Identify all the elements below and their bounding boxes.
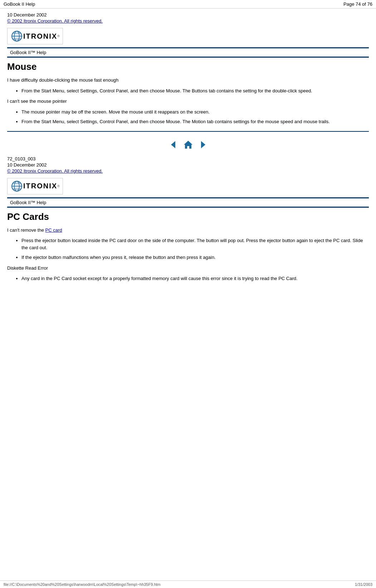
para-mouse-1: I have difficulty double-clicking the mo… — [7, 77, 369, 84]
logo-text-2: ITRONIX — [23, 182, 57, 190]
footer-id: 72_0103_003 — [7, 156, 369, 162]
prev-icon — [168, 140, 178, 150]
logo-reg-2: ® — [57, 184, 60, 188]
top-bar: GoBook II Help Page 74 of 76 — [0, 0, 376, 9]
list-item: Press the ejector button located inside … — [21, 237, 369, 251]
home-button[interactable] — [182, 139, 194, 150]
bullet-list-pc-1: Press the ejector button located inside … — [21, 237, 369, 261]
list-item: From the Start Menu, select Settings, Co… — [21, 118, 369, 125]
pc-card-link[interactable]: PC card — [45, 227, 62, 233]
bullet-list-pc-2: Any card in the PC Card socket except fo… — [21, 275, 369, 282]
copyright-link-2[interactable]: © 2002 Itronix Corporation. All rights r… — [7, 168, 103, 174]
svg-marker-6 — [171, 141, 175, 148]
header-bar-1: GoBook II™ Help — [7, 47, 369, 58]
next-button[interactable] — [197, 139, 209, 150]
para-pc-2: Diskette Read Error — [7, 265, 369, 272]
svg-marker-7 — [184, 141, 192, 149]
home-icon — [183, 140, 193, 150]
bottom-date: 1/31/2003 — [355, 582, 372, 587]
para-pc-1: I can't remove the PC card — [7, 227, 369, 234]
bottom-bar: file://C:\Documents%20and%20Settings\har… — [0, 580, 376, 588]
logo-text-1: ITRONIX — [23, 32, 57, 40]
svg-point-5 — [12, 31, 22, 41]
section-divider-1 — [7, 131, 369, 132]
filepath: file://C:\Documents%20and%20Settings\har… — [4, 582, 161, 587]
list-item: If the ejector button malfunctions when … — [21, 254, 369, 261]
next-icon — [198, 140, 208, 150]
section-title-mouse: Mouse — [7, 61, 369, 72]
nav-row — [7, 139, 369, 150]
svg-marker-8 — [201, 141, 205, 148]
list-item: From the Start Menu, select Settings, Co… — [21, 87, 369, 95]
copyright-link-1[interactable]: © 2002 Itronix Corporation. All rights r… — [7, 18, 103, 24]
list-item: The mouse pointer may be off the screen.… — [21, 109, 369, 116]
header-label-1: GoBook II™ Help — [10, 50, 46, 55]
para-mouse-2: I can't see the mouse pointer — [7, 98, 369, 105]
logo-container-2: ITRONIX ® — [7, 178, 369, 194]
header-label-2: GoBook II™ Help — [10, 200, 46, 205]
svg-point-14 — [12, 181, 22, 191]
bullet-list-mouse-1: From the Start Menu, select Settings, Co… — [21, 87, 369, 95]
date-2: 10 December 2002 — [7, 162, 369, 168]
section-mouse: 10 December 2002 © 2002 Itronix Corporat… — [0, 9, 376, 293]
page-info: Page 74 of 76 — [343, 1, 372, 7]
date-1: 10 December 2002 — [7, 12, 369, 18]
bullet-list-mouse-2: The mouse pointer may be off the screen.… — [21, 109, 369, 125]
globe-icon-1 — [10, 30, 23, 43]
section-title-pc-cards: PC Cards — [7, 211, 369, 222]
prev-button[interactable] — [167, 139, 179, 150]
header-bar-2: GoBook II™ Help — [7, 197, 369, 208]
logo-wrapper-1: ITRONIX ® — [7, 28, 63, 44]
para-pc-1-text: I can't remove the — [7, 227, 45, 233]
list-item: Any card in the PC Card socket except fo… — [21, 275, 369, 282]
logo-wrapper-2: ITRONIX ® — [7, 178, 63, 194]
logo-reg-1: ® — [57, 34, 60, 38]
globe-icon-2 — [10, 180, 23, 193]
logo-container-1: ITRONIX ® — [7, 28, 369, 44]
app-title: GoBook II Help — [4, 1, 35, 7]
